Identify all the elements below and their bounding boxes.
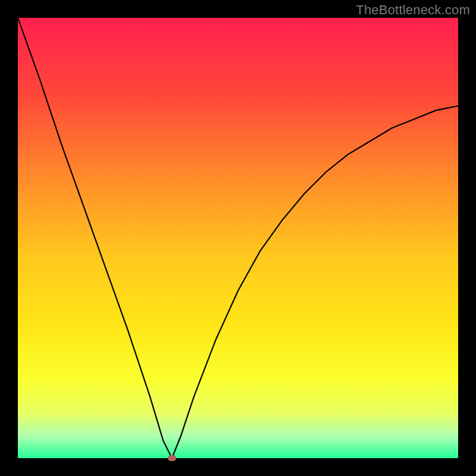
curve-svg — [18, 18, 458, 458]
watermark-text: TheBottleneck.com — [356, 2, 470, 18]
plot-area — [18, 18, 458, 458]
chart-frame: TheBottleneck.com — [0, 0, 476, 476]
optimal-point-marker — [168, 455, 176, 461]
bottleneck-curve — [18, 18, 458, 458]
